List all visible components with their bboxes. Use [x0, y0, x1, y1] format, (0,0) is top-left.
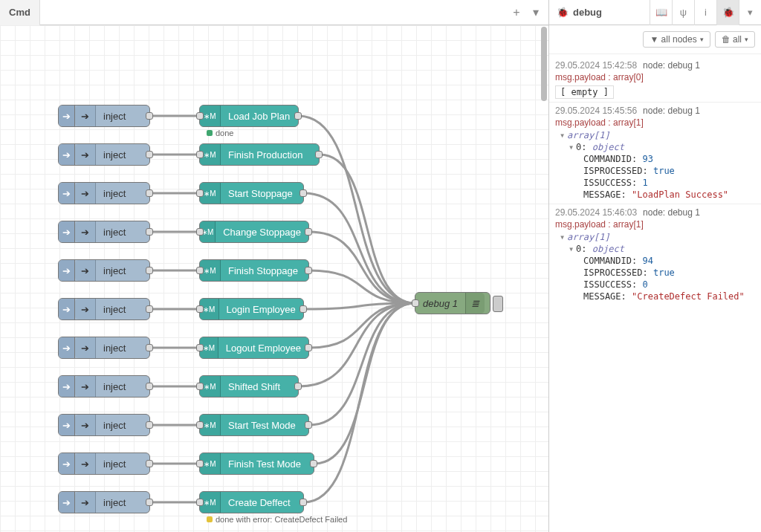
node-port-in[interactable]: [196, 112, 204, 120]
tree-array-row[interactable]: ▾array[1]: [560, 129, 755, 141]
debug-clear-dropdown[interactable]: 🗑 all▾: [715, 31, 755, 48]
node-port-in[interactable]: [196, 151, 204, 158]
inject-node[interactable]: ➔➔inject: [58, 337, 150, 359]
tab-menu-caret[interactable]: ▾: [529, 5, 543, 19]
node-port-in[interactable]: [412, 299, 419, 307]
tree-array-row[interactable]: ▾array[1]: [560, 231, 755, 243]
inject-node[interactable]: ➔➔inject: [58, 452, 150, 475]
inject-node[interactable]: ➔➔inject: [58, 414, 150, 436]
node-port-out[interactable]: [310, 460, 317, 467]
sidebar-caret-icon[interactable]: ▾: [739, 0, 761, 25]
function-node[interactable]: ∗MStart Test Mode: [199, 414, 309, 436]
node-port-in[interactable]: [196, 383, 204, 390]
inject-node[interactable]: ➔➔inject: [58, 143, 150, 166]
debug-msg-topic[interactable]: msg.payload : array[1]: [555, 116, 755, 129]
node-port-out[interactable]: [315, 151, 323, 158]
function-node[interactable]: ∗MChange Stoppage: [199, 221, 309, 243]
debug-kv-row[interactable]: MESSAGE: "CreateDefect Failed": [560, 291, 755, 302]
debug-filter-dropdown[interactable]: ▼ all nodes▾: [643, 31, 710, 48]
node-port-out[interactable]: [294, 383, 302, 390]
inject-trigger-button[interactable]: ➔: [59, 299, 75, 319]
debug-msg-topic[interactable]: msg.payload : array[1]: [555, 218, 755, 231]
node-port-in[interactable]: [196, 344, 204, 351]
node-port-out[interactable]: [146, 383, 153, 390]
inject-node[interactable]: ➔➔inject: [58, 298, 150, 320]
debug-kv-row[interactable]: COMMANDID: 94: [560, 255, 755, 267]
node-port-in[interactable]: [196, 189, 204, 197]
node-port-out[interactable]: [305, 228, 312, 236]
add-tab-button[interactable]: +: [510, 6, 523, 19]
debug-node[interactable]: debug 1≣: [415, 292, 490, 314]
node-port-in[interactable]: [196, 460, 204, 467]
node-port-in[interactable]: [196, 499, 204, 506]
node-port-out[interactable]: [146, 499, 153, 506]
sidebar-tab-info-book-icon[interactable]: 📖: [650, 0, 672, 25]
node-port-out[interactable]: [146, 460, 153, 467]
tab-cmd[interactable]: Cmd: [0, 0, 40, 25]
node-port-out[interactable]: [146, 112, 153, 120]
node-port-in[interactable]: [196, 421, 204, 429]
inject-node[interactable]: ➔➔inject: [58, 182, 150, 204]
node-port-out[interactable]: [299, 189, 307, 197]
node-port-out[interactable]: [146, 228, 153, 236]
tree-object-row[interactable]: ▾0: object: [560, 243, 755, 255]
debug-kv-row[interactable]: MESSAGE: "LoadPlan Success": [560, 189, 755, 201]
tree-object-row[interactable]: ▾0: object: [560, 141, 755, 153]
inject-trigger-button[interactable]: ➔: [59, 221, 75, 242]
inject-trigger-button[interactable]: ➔: [59, 260, 75, 281]
function-node[interactable]: ∗MLogout Employee: [199, 337, 309, 359]
debug-kv-row[interactable]: ISSUCCESS: 1: [560, 177, 755, 189]
node-port-out[interactable]: [294, 112, 302, 120]
node-port-out[interactable]: [146, 344, 153, 351]
inject-trigger-button[interactable]: ➔: [59, 337, 75, 358]
inject-node[interactable]: ➔➔inject: [58, 105, 150, 127]
inject-trigger-button[interactable]: ➔: [59, 106, 75, 126]
debug-toggle-button[interactable]: [493, 296, 503, 312]
sidebar-tab-branch-icon[interactable]: ψ: [672, 0, 694, 25]
sidebar-tab-debug-icon[interactable]: 🐞: [716, 0, 739, 25]
debug-msg-topic[interactable]: msg.payload : array[0]: [555, 71, 755, 84]
function-label: Shifted Shift: [221, 376, 288, 397]
flow-canvas[interactable]: ➔➔inject∗MLoad Job Plan➔➔inject∗MFinish …: [0, 25, 548, 532]
function-node[interactable]: ∗MFinish Stoppage: [199, 259, 309, 282]
function-node[interactable]: ∗MStart Stoppage: [199, 182, 304, 204]
debug-message[interactable]: 29.05.2024 15:45:56node: debug 1msg.payl…: [549, 102, 761, 204]
node-port-in[interactable]: [196, 228, 204, 236]
node-port-out[interactable]: [299, 305, 307, 313]
debug-kv-row[interactable]: ISPROCESSED: true: [560, 267, 755, 279]
function-node[interactable]: ∗MLogin Employee: [199, 298, 304, 320]
inject-node[interactable]: ➔➔inject: [58, 259, 150, 282]
debug-kv-row[interactable]: COMMANDID: 93: [560, 153, 755, 165]
debug-message[interactable]: 29.05.2024 15:46:03node: debug 1msg.payl…: [549, 204, 761, 305]
debug-kv-row[interactable]: ISSUCCESS: 0: [560, 279, 755, 291]
inject-trigger-button[interactable]: ➔: [59, 144, 75, 165]
node-port-out[interactable]: [146, 305, 153, 313]
inject-trigger-button[interactable]: ➔: [59, 415, 75, 435]
inject-trigger-button[interactable]: ➔: [59, 376, 75, 397]
node-port-out[interactable]: [305, 344, 312, 351]
node-port-out[interactable]: [146, 151, 153, 158]
node-port-in[interactable]: [196, 267, 204, 274]
node-port-out[interactable]: [299, 499, 307, 506]
sidebar-tab-info-icon[interactable]: i: [694, 0, 716, 25]
node-port-out[interactable]: [146, 267, 153, 274]
node-port-in[interactable]: [196, 305, 204, 313]
node-port-out[interactable]: [146, 189, 153, 197]
inject-trigger-button[interactable]: ➔: [59, 492, 75, 513]
inject-trigger-button[interactable]: ➔: [59, 453, 75, 474]
function-node[interactable]: ∗MCreate Deffect: [199, 491, 304, 513]
inject-node[interactable]: ➔➔inject: [58, 221, 150, 243]
debug-kv-row[interactable]: ISPROCESSED: true: [560, 165, 755, 177]
inject-node[interactable]: ➔➔inject: [58, 375, 150, 398]
scrollbar-vertical[interactable]: [541, 27, 547, 101]
node-port-out[interactable]: [305, 267, 312, 274]
inject-trigger-button[interactable]: ➔: [59, 183, 75, 204]
node-port-out[interactable]: [146, 421, 153, 429]
function-node[interactable]: ∗MLoad Job Plan: [199, 105, 299, 127]
function-node[interactable]: ∗MFinish Test Mode: [199, 452, 314, 475]
function-node[interactable]: ∗MFinish Production: [199, 143, 320, 166]
node-port-out[interactable]: [305, 421, 312, 429]
debug-message[interactable]: 29.05.2024 15:42:58node: debug 1msg.payl…: [549, 57, 761, 102]
function-node[interactable]: ∗MShifted Shift: [199, 375, 299, 398]
inject-node[interactable]: ➔➔inject: [58, 491, 150, 513]
